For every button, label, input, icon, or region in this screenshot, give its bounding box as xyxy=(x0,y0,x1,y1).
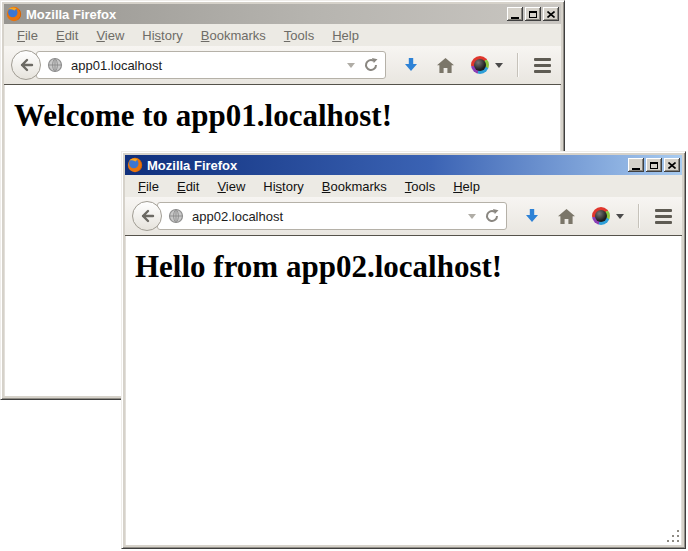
addon-button[interactable] xyxy=(471,56,503,74)
toolbar-separator xyxy=(517,53,518,77)
maximize-icon xyxy=(529,11,537,18)
menu-help[interactable]: Help xyxy=(323,26,368,45)
firefox-logo-icon xyxy=(127,157,143,173)
reload-button[interactable] xyxy=(363,57,379,73)
urlbar-history-dropdown[interactable] xyxy=(347,63,355,68)
urlbar[interactable]: app01.localhost xyxy=(36,51,386,79)
app-menu-button[interactable] xyxy=(534,56,551,74)
home-button[interactable] xyxy=(436,57,455,74)
menu-view[interactable]: View xyxy=(87,26,133,45)
back-arrow-icon xyxy=(19,58,34,72)
maximize-icon xyxy=(650,162,658,169)
close-button[interactable] xyxy=(664,158,680,172)
download-arrow-icon xyxy=(523,207,541,225)
globe-icon xyxy=(47,57,63,73)
menu-edit[interactable]: Edit xyxy=(47,26,87,45)
menu-file[interactable]: File xyxy=(8,26,47,45)
lens-addon-icon xyxy=(592,207,610,225)
downloads-button[interactable] xyxy=(523,207,541,225)
minimize-button[interactable] xyxy=(628,158,644,172)
maximize-button[interactable] xyxy=(646,158,662,172)
minimize-icon xyxy=(511,17,519,19)
page-heading: Welcome to app01.localhost! xyxy=(14,98,561,134)
menu-file[interactable]: File xyxy=(129,177,168,196)
home-icon xyxy=(436,57,455,74)
download-arrow-icon xyxy=(402,56,420,74)
menubar: FileEditViewHistoryBookmarksToolsHelp xyxy=(4,24,561,46)
page-heading: Hello from app02.localhost! xyxy=(135,249,682,285)
chevron-down-icon xyxy=(495,63,503,68)
minimize-icon xyxy=(632,168,640,170)
firefox-logo-icon xyxy=(6,6,22,22)
titlebar[interactable]: Mozilla Firefox xyxy=(125,155,682,175)
page-content: Hello from app02.localhost! xyxy=(125,236,682,545)
close-x-icon xyxy=(547,11,555,18)
menu-edit[interactable]: Edit xyxy=(168,177,208,196)
minimize-button[interactable] xyxy=(507,7,523,21)
home-icon xyxy=(557,208,576,225)
menu-tools[interactable]: Tools xyxy=(275,26,323,45)
lens-addon-icon xyxy=(471,56,489,74)
back-button[interactable] xyxy=(132,201,162,231)
addon-button[interactable] xyxy=(592,207,624,225)
home-button[interactable] xyxy=(557,208,576,225)
resize-grip[interactable] xyxy=(665,528,681,544)
app-menu-button[interactable] xyxy=(655,207,672,225)
menu-help[interactable]: Help xyxy=(444,177,489,196)
navigation-toolbar: app01.localhost xyxy=(4,46,561,85)
urlbar[interactable]: app02.localhost xyxy=(157,202,507,230)
back-button[interactable] xyxy=(11,50,41,80)
menu-bookmarks[interactable]: Bookmarks xyxy=(192,26,275,45)
close-button[interactable] xyxy=(543,7,559,21)
downloads-button[interactable] xyxy=(402,56,420,74)
titlebar[interactable]: Mozilla Firefox xyxy=(4,4,561,24)
chevron-down-icon xyxy=(616,214,624,219)
menubar: FileEditViewHistoryBookmarksToolsHelp xyxy=(125,175,682,197)
window-title: Mozilla Firefox xyxy=(147,158,626,173)
toolbar-separator xyxy=(638,204,639,228)
menu-view[interactable]: View xyxy=(208,177,254,196)
maximize-button[interactable] xyxy=(525,7,541,21)
browser-window-app02[interactable]: Mozilla Firefox FileEditViewHistoryBookm… xyxy=(121,151,686,549)
globe-icon xyxy=(168,208,184,224)
navigation-toolbar: app02.localhost xyxy=(125,197,682,236)
urlbar-history-dropdown[interactable] xyxy=(468,214,476,219)
close-x-icon xyxy=(668,162,676,169)
window-title: Mozilla Firefox xyxy=(26,7,505,22)
back-arrow-icon xyxy=(140,209,155,223)
urlbar-text[interactable]: app01.localhost xyxy=(71,58,343,73)
reload-button[interactable] xyxy=(484,208,500,224)
menu-tools[interactable]: Tools xyxy=(396,177,444,196)
menu-history[interactable]: History xyxy=(254,177,312,196)
menu-history[interactable]: History xyxy=(133,26,191,45)
menu-bookmarks[interactable]: Bookmarks xyxy=(313,177,396,196)
urlbar-text[interactable]: app02.localhost xyxy=(192,209,464,224)
